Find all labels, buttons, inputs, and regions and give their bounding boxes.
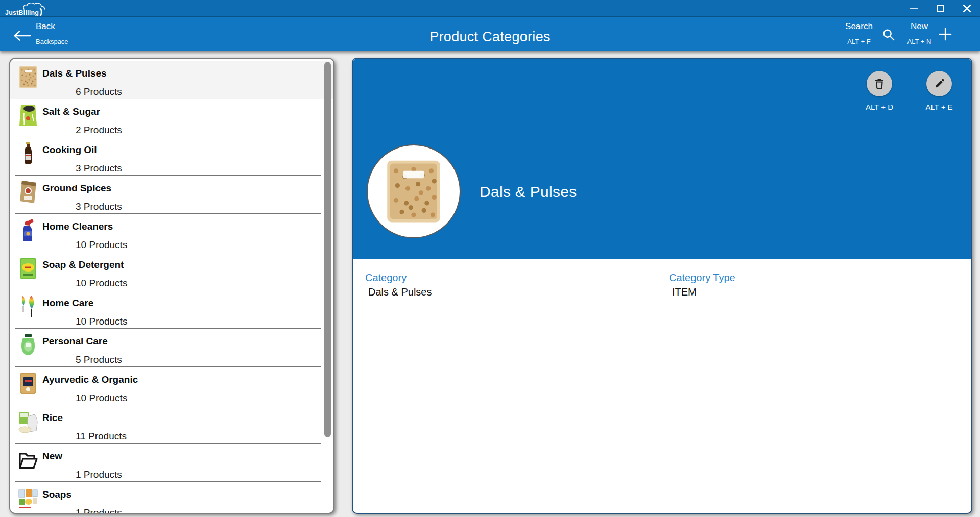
category-count: 10 Products	[76, 239, 127, 251]
navbar: Back Backspace Product Categories Search…	[0, 17, 980, 51]
category-rows: Dals & Pulses6 ProductsSalt & Sugar2 Pro…	[10, 61, 333, 513]
search-button[interactable]: Search ALT + F	[838, 17, 898, 51]
category-count: 1 Products	[76, 469, 122, 480]
category-count: 10 Products	[76, 316, 127, 327]
category-count: 5 Products	[76, 354, 122, 365]
close-button[interactable]	[953, 0, 980, 17]
category-count: 6 Products	[76, 86, 122, 97]
category-count: 11 Products	[76, 431, 127, 442]
trash-icon	[872, 77, 887, 91]
ayurvedic-pack-image	[16, 371, 40, 396]
category-count: 10 Products	[76, 278, 127, 289]
category-title: Dals & Pulses	[480, 183, 577, 201]
field-category-type: Category Type ITEM	[669, 272, 958, 303]
delete-shortcut: ALT + D	[856, 103, 903, 111]
minimize-button[interactable]	[900, 0, 927, 17]
category-row[interactable]: Cooking Oil3 Products	[10, 137, 333, 176]
spices-packet-image	[16, 180, 40, 204]
window-controls	[900, 0, 980, 17]
edit-shortcut: ALT + E	[916, 103, 963, 111]
category-count: 10 Products	[76, 392, 127, 404]
category-count: 2 Products	[76, 125, 122, 136]
maximize-icon	[936, 4, 945, 13]
care-bottle-image	[16, 333, 40, 357]
category-name: Rice	[42, 412, 63, 424]
new-button[interactable]: New ALT + N	[903, 17, 956, 51]
category-image	[367, 144, 461, 238]
category-value[interactable]: Dals & Pulses	[365, 286, 654, 303]
field-label: Category Type	[669, 272, 958, 284]
category-row[interactable]: Home Care10 Products	[10, 290, 333, 329]
close-icon	[962, 4, 972, 13]
new-label: New	[903, 21, 936, 32]
detail-fields: Category Dals & Pulses Category Type ITE…	[353, 259, 971, 320]
category-count: 1 Products	[76, 507, 122, 513]
page-title: Product Categories	[0, 29, 980, 45]
category-row[interactable]: Personal Care5 Products	[10, 329, 333, 367]
minimize-icon	[910, 4, 918, 13]
soaps-collage-image	[16, 486, 40, 510]
category-name: Soap & Detergent	[42, 259, 124, 270]
category-row[interactable]: New1 Products	[10, 444, 333, 482]
soap-bar-image	[16, 256, 40, 281]
new-shortcut: ALT + N	[903, 37, 936, 46]
search-label: Search	[838, 21, 880, 32]
category-type-value[interactable]: ITEM	[669, 286, 958, 303]
rice-sack-image	[16, 409, 40, 434]
category-name: Soaps	[42, 489, 71, 500]
category-name: Ground Spices	[42, 183, 111, 194]
category-row[interactable]: Ayurvedic & Organic10 Products	[10, 367, 333, 405]
category-name: Personal Care	[42, 336, 108, 347]
category-row[interactable]: Ground Spices3 Products	[10, 176, 333, 214]
category-count: 3 Products	[76, 163, 122, 174]
delete-button[interactable]: ALT + D	[856, 71, 903, 111]
category-row[interactable]: Soap & Detergent10 Products	[10, 252, 333, 290]
edit-button[interactable]: ALT + E	[916, 71, 963, 111]
main-content: Dals & Pulses6 ProductsSalt & Sugar2 Pro…	[0, 58, 980, 517]
folder-icon	[16, 448, 40, 472]
field-category: Category Dals & Pulses	[365, 272, 654, 303]
maximize-button[interactable]	[927, 0, 953, 17]
category-name: Home Care	[42, 298, 93, 309]
cloud-icon	[22, 3, 47, 10]
category-row[interactable]: Home Cleaners10 Products	[10, 214, 333, 252]
pencil-icon	[932, 77, 946, 91]
app-window: JustBilling) Back Backspace	[0, 0, 980, 517]
category-name: Cooking Oil	[42, 144, 97, 156]
search-shortcut: ALT + F	[838, 37, 880, 46]
detail-header: Dals & Pulses ALT + D	[353, 59, 971, 259]
category-list: Dals & Pulses6 ProductsSalt & Sugar2 Pro…	[9, 58, 334, 514]
category-count: 3 Products	[76, 201, 122, 212]
category-name: Home Cleaners	[42, 221, 113, 232]
field-label: Category	[365, 272, 654, 284]
category-row[interactable]: Dals & Pulses6 Products	[10, 61, 333, 99]
salt-packet-image	[16, 103, 40, 128]
logo-text: JustBilling	[5, 9, 39, 16]
duster-image	[16, 294, 40, 319]
search-icon	[881, 28, 896, 42]
titlebar: JustBilling)	[0, 0, 980, 17]
justbilling-logo: JustBilling)	[5, 2, 42, 16]
category-row[interactable]: Salt & Sugar2 Products	[10, 99, 333, 137]
category-row[interactable]: Rice11 Products	[10, 405, 333, 444]
category-detail-panel: Dals & Pulses ALT + D	[352, 58, 972, 514]
category-name: Ayurvedic & Organic	[42, 374, 138, 385]
category-name: Dals & Pulses	[42, 68, 107, 79]
dals-bag-image	[16, 65, 40, 89]
category-name: New	[42, 451, 62, 462]
cleaner-bottle-image	[16, 218, 40, 242]
oil-bottle-image	[16, 141, 40, 166]
plus-icon	[938, 27, 953, 42]
category-name: Salt & Sugar	[42, 106, 100, 117]
scrollbar-thumb[interactable]	[324, 62, 331, 437]
category-row[interactable]: Soaps1 Products	[10, 482, 333, 513]
